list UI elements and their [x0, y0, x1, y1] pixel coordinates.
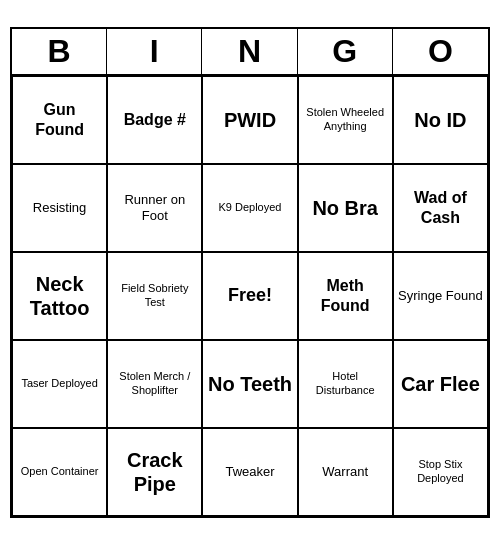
- header-letter-i: I: [107, 29, 202, 74]
- bingo-cell-19: Car Flee: [393, 340, 488, 428]
- bingo-cell-24: Stop Stix Deployed: [393, 428, 488, 516]
- bingo-cell-12: Free!: [202, 252, 297, 340]
- bingo-cell-8: No Bra: [298, 164, 393, 252]
- bingo-cell-17: No Teeth: [202, 340, 297, 428]
- bingo-card: BINGO Gun FoundBadge #PWIDStolen Wheeled…: [10, 27, 490, 518]
- bingo-cell-23: Warrant: [298, 428, 393, 516]
- bingo-cell-15: Taser Deployed: [12, 340, 107, 428]
- bingo-cell-10: Neck Tattoo: [12, 252, 107, 340]
- bingo-cell-22: Tweaker: [202, 428, 297, 516]
- bingo-cell-20: Open Container: [12, 428, 107, 516]
- bingo-cell-3: Stolen Wheeled Anything: [298, 76, 393, 164]
- bingo-header: BINGO: [12, 29, 488, 76]
- bingo-cell-11: Field Sobriety Test: [107, 252, 202, 340]
- bingo-cell-7: K9 Deployed: [202, 164, 297, 252]
- bingo-cell-0: Gun Found: [12, 76, 107, 164]
- bingo-cell-18: Hotel Disturbance: [298, 340, 393, 428]
- bingo-cell-5: Resisting: [12, 164, 107, 252]
- bingo-cell-14: Syringe Found: [393, 252, 488, 340]
- bingo-cell-4: No ID: [393, 76, 488, 164]
- bingo-cell-1: Badge #: [107, 76, 202, 164]
- header-letter-o: O: [393, 29, 488, 74]
- bingo-cell-9: Wad of Cash: [393, 164, 488, 252]
- bingo-cell-21: Crack Pipe: [107, 428, 202, 516]
- header-letter-b: B: [12, 29, 107, 74]
- bingo-cell-13: Meth Found: [298, 252, 393, 340]
- header-letter-n: N: [202, 29, 297, 74]
- bingo-cell-6: Runner on Foot: [107, 164, 202, 252]
- bingo-cell-2: PWID: [202, 76, 297, 164]
- header-letter-g: G: [298, 29, 393, 74]
- bingo-cell-16: Stolen Merch / Shoplifter: [107, 340, 202, 428]
- bingo-grid: Gun FoundBadge #PWIDStolen Wheeled Anyth…: [12, 76, 488, 516]
